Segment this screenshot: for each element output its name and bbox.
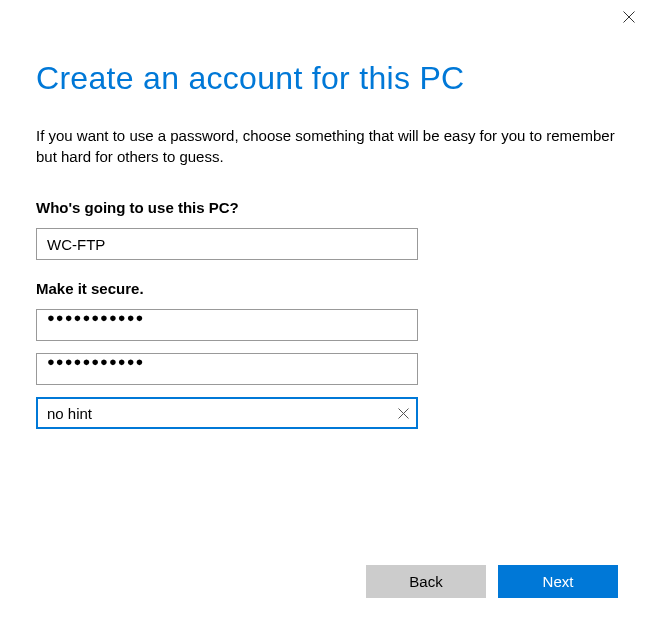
password-stack: ●●●●●●●●●●● ●●●●●●●●●●● (36, 309, 618, 429)
close-button[interactable] (620, 8, 638, 26)
button-bar: Back Next (366, 565, 618, 598)
clear-icon (398, 408, 409, 419)
username-group: Who's going to use this PC? (36, 199, 618, 260)
security-group: Make it secure. ●●●●●●●●●●● ●●●●●●●●●●● (36, 280, 618, 429)
close-icon (623, 11, 635, 23)
hint-wrap (36, 397, 418, 429)
password-input[interactable]: ●●●●●●●●●●● (36, 309, 418, 341)
username-input[interactable] (36, 228, 418, 260)
next-button[interactable]: Next (498, 565, 618, 598)
password-hint-input[interactable] (36, 397, 418, 429)
who-label: Who's going to use this PC? (36, 199, 618, 216)
page-subtitle: If you want to use a password, choose so… (36, 125, 616, 167)
secure-label: Make it secure. (36, 280, 618, 297)
back-button[interactable]: Back (366, 565, 486, 598)
password-confirm-input[interactable]: ●●●●●●●●●●● (36, 353, 418, 385)
dialog-content: Create an account for this PC If you wan… (0, 0, 654, 429)
clear-hint-button[interactable] (394, 404, 412, 422)
page-title: Create an account for this PC (36, 60, 618, 97)
